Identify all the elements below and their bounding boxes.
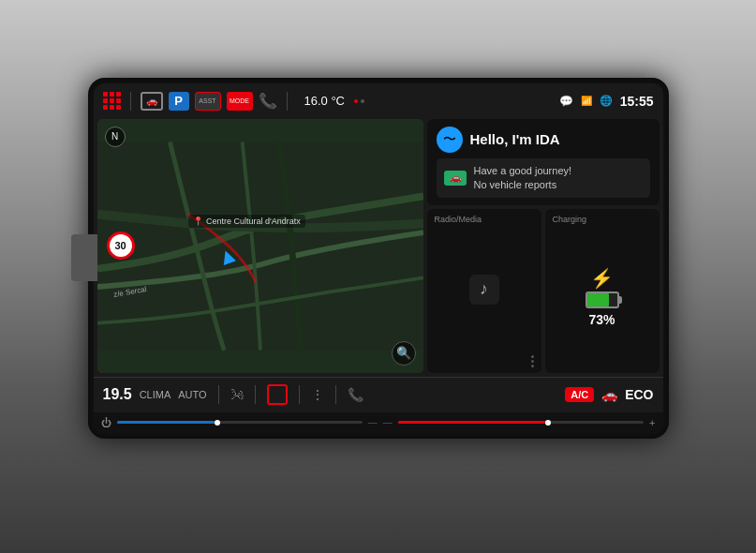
blue-thumb[interactable] — [215, 420, 220, 426]
divider6 — [335, 385, 336, 404]
ida-panel[interactable]: 〜 Hello, I'm IDA 🚗 Have a good journey! … — [427, 119, 660, 206]
battery-bar — [586, 291, 619, 308]
bottom-right-panels: Radio/Media ♪ — [427, 209, 660, 372]
charging-label: Charging — [553, 215, 652, 224]
power-icon[interactable]: ⏻ — [101, 417, 111, 428]
media-panel[interactable]: Radio/Media ♪ — [427, 209, 541, 372]
map-search-button[interactable]: 🔍 — [392, 341, 416, 366]
charging-content: ⚡ 73% — [553, 228, 652, 366]
ida-avatar: 〜 — [437, 127, 463, 153]
map-background: N 📍Centre Cultural d'Andratx 30 z/e Serc… — [97, 119, 423, 373]
map-panel[interactable]: N 📍Centre Cultural d'Andratx 30 z/e Serc… — [97, 119, 423, 373]
time-display: 15:55 — [620, 94, 654, 109]
ida-message: 🚗 Have a good journey! No vehicle report… — [437, 158, 650, 199]
home-button[interactable] — [267, 384, 288, 405]
bottom-bar: 19.5 CLIMA AUTO 🌬 ⋮ 📞 A/C 🚗 ECO — [94, 377, 663, 412]
compass: N — [105, 127, 126, 147]
divider2 — [287, 92, 288, 111]
main-content: N 📍Centre Cultural d'Andratx 30 z/e Serc… — [94, 119, 663, 377]
left-knob[interactable] — [71, 234, 99, 281]
screen-bezel: 🚗 P ASST MODE 📞 16.0 °C 💬 📶 🌐 15:55 — [88, 78, 669, 439]
cabin-temp: 19.5 — [103, 386, 132, 403]
menu-grid-icon[interactable] — [103, 92, 121, 110]
charging-plug-icon: ⚡ — [590, 267, 614, 290]
slider-bar: ⏻ — — + — [94, 412, 663, 433]
car-dashboard: 🚗 P ASST MODE 📞 16.0 °C 💬 📶 🌐 15:55 — [0, 0, 756, 553]
status-right: 💬 📶 🌐 15:55 — [559, 94, 654, 109]
mode-button[interactable]: MODE — [227, 92, 253, 111]
dash-sep: — — [368, 417, 378, 427]
red-thumb[interactable] — [545, 420, 551, 426]
charging-panel[interactable]: Charging ⚡ — [545, 209, 660, 372]
red-fill — [398, 421, 545, 424]
right-panels: 〜 Hello, I'm IDA 🚗 Have a good journey! … — [427, 119, 660, 373]
fan-icon[interactable]: 🌬 — [230, 387, 244, 402]
menu-dots[interactable]: ⋮ — [311, 387, 324, 402]
clima-label: CLIMA — [140, 389, 171, 400]
battery-tip — [618, 296, 622, 304]
divider4 — [255, 385, 256, 404]
auto-label: AUTO — [178, 389, 206, 400]
phone-bottom-icon[interactable]: 📞 — [348, 387, 363, 402]
music-note-area: ♪ — [435, 228, 534, 351]
blue-fill — [117, 421, 215, 424]
divider — [130, 92, 131, 111]
speed-limit-sign: 30 — [107, 232, 135, 260]
dot1 — [354, 99, 358, 103]
infotainment-screen: 🚗 P ASST MODE 📞 16.0 °C 💬 📶 🌐 15:55 — [94, 83, 663, 433]
divider3 — [218, 385, 219, 404]
parking-button[interactable]: P — [169, 92, 189, 111]
battery-display: ⚡ — [586, 267, 619, 308]
divider5 — [299, 385, 300, 404]
eco-label: ECO — [625, 387, 653, 402]
location-label: 📍Centre Cultural d'Andratx — [188, 215, 305, 228]
signal-icon: 📶 — [581, 96, 592, 106]
car-bottom-icon: 🚗 — [601, 387, 617, 402]
chat-icon[interactable]: 💬 — [559, 95, 573, 108]
wifi-icon: 🌐 — [600, 95, 613, 107]
ida-header: 〜 Hello, I'm IDA — [437, 127, 650, 153]
assist-button[interactable]: ASST — [195, 92, 221, 111]
media-controls — [531, 355, 534, 367]
music-note-icon: ♪ — [469, 275, 499, 305]
battery-fill — [587, 293, 609, 306]
red-slider[interactable] — [398, 421, 644, 424]
bottom-right-controls: A/C 🚗 ECO — [565, 387, 653, 402]
map-svg — [97, 119, 423, 373]
battery-percentage: 73% — [588, 312, 615, 327]
dash-sep2: — — [383, 417, 393, 427]
plus-icon[interactable]: + — [649, 417, 655, 428]
phone-icon[interactable]: 📞 — [259, 92, 277, 110]
temperature-display: 16.0 °C — [304, 94, 346, 108]
dot2 — [361, 99, 364, 103]
car-icon[interactable]: 🚗 — [141, 92, 163, 111]
ida-greeting: Hello, I'm IDA — [470, 131, 560, 147]
ida-message-text: Have a good journey! No vehicle reports — [474, 164, 572, 193]
ac-button[interactable]: A/C — [565, 387, 594, 402]
status-bar: 🚗 P ASST MODE 📞 16.0 °C 💬 📶 🌐 15:55 — [94, 83, 663, 119]
media-label: Radio/Media — [435, 215, 534, 224]
blue-slider[interactable] — [117, 421, 363, 424]
car-status-icon: 🚗 — [444, 171, 467, 186]
